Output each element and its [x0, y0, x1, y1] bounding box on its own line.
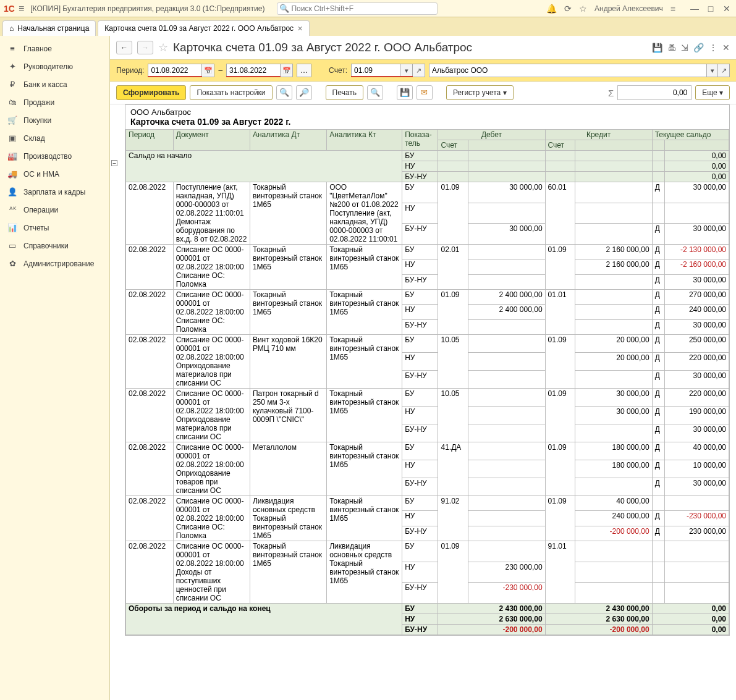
tab-home[interactable]: ⌂ Начальная страница [2, 20, 96, 36]
period-from-input[interactable] [148, 64, 202, 77]
sidebar-item[interactable]: ▭Справочники [0, 237, 109, 255]
tab-home-label: Начальная страница [17, 24, 89, 33]
export-icon[interactable]: ⇲ [681, 43, 688, 53]
user-menu-icon[interactable]: ≡ [670, 4, 675, 14]
col-debit-sum [468, 140, 545, 151]
sidebar-icon: ▣ [7, 133, 17, 143]
save-file-button[interactable]: 💾 [397, 85, 413, 100]
sum-field[interactable] [617, 85, 692, 100]
sidebar-label: Справочники [23, 242, 69, 250]
report-row[interactable]: 02.08.2022Списание ОС 0000-000001 от 02.… [126, 496, 729, 511]
sidebar-item[interactable]: 📊Отчеты [0, 219, 109, 237]
sidebar-item[interactable]: 🚚ОС и НМА [0, 165, 109, 183]
sidebar-icon: 🛍 [7, 98, 17, 107]
bell-icon[interactable]: 🔔 [546, 4, 557, 14]
content: ← → ☆ Карточка счета 01.09 за Август 202… [110, 36, 736, 700]
print-button[interactable]: Печать [326, 85, 363, 100]
sidebar-item[interactable]: 🏭Производство [0, 147, 109, 165]
close-page-icon[interactable]: ✕ [722, 43, 730, 53]
report-row[interactable]: 02.08.2022Списание ОС 0000-000001 от 02.… [126, 290, 729, 305]
user-name[interactable]: Андрей Алексеевич [594, 4, 663, 13]
registry-button[interactable]: Регистр учета ▾ [446, 85, 514, 100]
link-icon[interactable]: 🔗 [693, 43, 704, 53]
report-row[interactable]: 02.08.2022Списание ОС 0000-000001 от 02.… [126, 541, 729, 562]
report-table: Период Документ Аналитика Дт Аналитика К… [125, 129, 729, 635]
collapse-handle[interactable]: – [111, 160, 117, 166]
calendar-to-button[interactable]: 📅 [281, 64, 293, 77]
sidebar-item[interactable]: ₽Банк и касса [0, 75, 109, 93]
close-window-button[interactable]: ✕ [721, 4, 732, 14]
print-icon[interactable]: 🖶 [667, 43, 676, 53]
preview-button[interactable]: 🔍 [367, 85, 383, 100]
nav-back-button[interactable]: ← [116, 41, 132, 54]
account-input[interactable] [351, 64, 400, 77]
period-dash: – [218, 66, 222, 75]
nav-forward-button[interactable]: → [137, 41, 153, 54]
account-dropdown-button[interactable]: ▾ [400, 64, 413, 77]
report-row[interactable]: 02.08.2022Списание ОС 0000-000001 от 02.… [126, 389, 729, 407]
account-label: Счет: [329, 66, 347, 75]
sidebar-item[interactable]: ✦Руководителю [0, 57, 109, 75]
more-button[interactable]: Еще ▾ [695, 85, 730, 100]
tab-report-label: Карточка счета 01.09 за Август 2022 г. О… [104, 24, 294, 33]
menu-icon[interactable]: ≡ [19, 3, 24, 14]
col-debit: Дебет [438, 130, 545, 140]
save-icon[interactable]: 💾 [652, 43, 662, 53]
period-to-input[interactable] [226, 64, 281, 77]
col-analytics-dt: Аналитика Дт [250, 130, 326, 151]
email-button[interactable]: ✉ [417, 85, 433, 100]
tab-report[interactable]: Карточка счета 01.09 за Август 2022 г. О… [98, 20, 310, 36]
sidebar-label: Операции [23, 206, 58, 214]
calendar-from-button[interactable]: 📅 [202, 64, 214, 77]
org-dropdown-button[interactable]: ▾ [707, 64, 719, 77]
org-input[interactable] [429, 64, 707, 77]
tab-row: ⌂ Начальная страница Карточка счета 01.0… [0, 17, 736, 36]
sidebar-label: Склад [23, 134, 45, 143]
favorite-icon[interactable]: ☆ [158, 41, 168, 54]
sidebar-icon: 🏭 [7, 151, 17, 161]
sidebar-label: Администрирование [23, 259, 94, 268]
report-row[interactable]: 02.08.2022Списание ОС 0000-000001 от 02.… [126, 442, 729, 460]
find-button[interactable]: 🔍 [276, 85, 292, 100]
sidebar-item[interactable]: 🛍Продажи [0, 93, 109, 111]
sidebar-icon: ᴬᴷ [7, 205, 17, 214]
star-icon[interactable]: ☆ [579, 4, 587, 14]
opening-balance-row: Сальдо на началоБУ0,00 [126, 151, 729, 161]
sidebar: ≡Главное✦Руководителю₽Банк и касса🛍Прода… [0, 36, 110, 700]
sidebar-item[interactable]: ▣Склад [0, 129, 109, 147]
sidebar-item[interactable]: 🛒Покупки [0, 111, 109, 129]
maximize-button[interactable]: □ [705, 4, 716, 14]
history-icon[interactable]: ⟳ [564, 4, 572, 14]
search-input[interactable] [277, 2, 438, 15]
report-title: Карточка счета 01.09 за Август 2022 г. [130, 117, 724, 127]
org-open-button[interactable]: ↗ [718, 64, 730, 77]
account-open-button[interactable]: ↗ [413, 64, 425, 77]
minimize-button[interactable]: — [689, 4, 700, 14]
sidebar-label: Отчеты [23, 224, 49, 232]
report-row[interactable]: 02.08.2022Поступление (акт, накладная, У… [126, 182, 729, 203]
period-label: Период: [116, 66, 144, 75]
sidebar-label: Руководителю [23, 62, 73, 71]
sidebar-icon: ▭ [7, 241, 17, 250]
col-credit-sum [575, 140, 652, 151]
show-settings-button[interactable]: Показать настройки [190, 85, 272, 100]
sidebar-icon: 📊 [7, 223, 17, 232]
tab-close-icon[interactable]: ✕ [297, 25, 303, 33]
report-row[interactable]: 02.08.2022Списание ОС 0000-000001 от 02.… [126, 335, 729, 353]
sidebar-item[interactable]: ≡Главное [0, 40, 109, 57]
generate-button[interactable]: Сформировать [116, 85, 186, 100]
sidebar-item[interactable]: 👤Зарплата и кадры [0, 183, 109, 201]
report-row[interactable]: 02.08.2022Списание ОС 0000-000001 от 02.… [126, 245, 729, 259]
col-debit-acc: Счет [438, 140, 468, 151]
sidebar-item[interactable]: ᴬᴷОперации [0, 201, 109, 219]
sidebar-icon: 🛒 [7, 116, 17, 125]
find-next-button[interactable]: 🔎 [296, 85, 312, 100]
global-search[interactable]: 🔍 [277, 2, 438, 15]
report-area: – ООО Альбатрос Карточка счета 01.09 за … [110, 104, 736, 700]
sidebar-item[interactable]: ✿Администрирование [0, 255, 109, 272]
page-title: Карточка счета 01.09 за Август 2022 г. О… [173, 41, 647, 54]
more-icon[interactable]: ⋮ [709, 43, 717, 53]
app-title: [КОПИЯ] Бухгалтерия предприятия, редакци… [30, 4, 264, 13]
period-picker-button[interactable]: … [297, 64, 311, 77]
col-credit: Кредит [545, 130, 652, 140]
